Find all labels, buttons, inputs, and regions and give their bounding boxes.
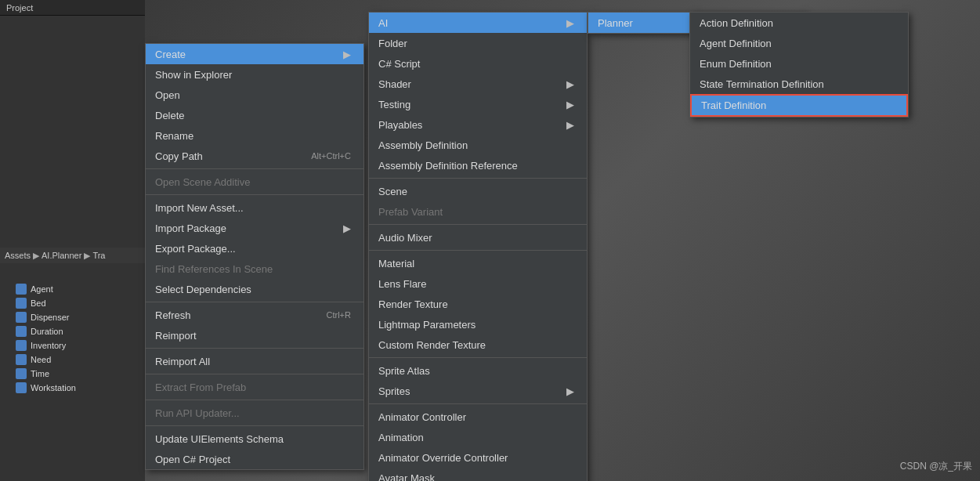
sep-6 (146, 400, 363, 400)
menu-item-state-termination-def[interactable]: State Termination Definition (690, 74, 908, 94)
left-panel: Project Assets ▶ AI.Planner ▶ Tra AgentB… (0, 0, 145, 481)
sep-a (369, 178, 587, 179)
menu-item-avatar-mask[interactable]: Avatar Mask (369, 468, 587, 481)
arrow-icon: ▶ (566, 119, 574, 131)
menu-item-audio-mixer[interactable]: Audio Mixer (369, 227, 587, 248)
menu-item-custom-render-texture[interactable]: Custom Render Texture (369, 335, 587, 355)
menu-item-extract-from-prefab: Extract From Prefab (146, 377, 363, 397)
asset-label: Need (31, 355, 51, 364)
arrow-icon: ▶ (343, 49, 351, 60)
sep-e (369, 403, 587, 404)
asset-item-time[interactable]: Time (0, 367, 145, 381)
asset-item-duration[interactable]: Duration (0, 324, 145, 338)
asset-item-need[interactable]: Need (0, 353, 145, 367)
menu-item-lightmap-params[interactable]: Lightmap Parameters (369, 314, 587, 335)
menu-item-scene[interactable]: Scene (369, 181, 587, 201)
menu-item-trait-def[interactable]: Trait Definition (690, 94, 908, 117)
menu-item-select-deps[interactable]: Select Dependencies (146, 279, 363, 299)
asset-icon (16, 382, 27, 393)
menu-item-assembly-def-ref[interactable]: Assembly Definition Reference (369, 155, 587, 175)
menu-item-reimport[interactable]: Reimport (146, 325, 363, 345)
menu-item-sprites[interactable]: Sprites ▶ (369, 381, 587, 401)
asset-icon (16, 312, 27, 323)
menu-item-action-def[interactable]: Action Definition (690, 13, 908, 33)
asset-icon (16, 298, 27, 309)
menu-item-open-csharp-project[interactable]: Open C# Project (146, 449, 363, 469)
menu-item-render-texture[interactable]: Render Texture (369, 294, 587, 314)
menu-item-lens-flare[interactable]: Lens Flare (369, 273, 587, 294)
asset-icon (16, 368, 27, 379)
menu-item-show-in-explorer[interactable]: Show in Explorer (146, 64, 363, 85)
asset-label: Dispenser (31, 313, 70, 322)
menu-item-open-scene-additive: Open Scene Additive (146, 172, 363, 192)
menu-item-playables[interactable]: Playables ▶ (369, 114, 587, 135)
context-menu-4: Action Definition Agent Definition Enum … (689, 12, 909, 118)
asset-item-workstation[interactable]: Workstation (0, 381, 145, 395)
project-panel-tab: Project (0, 0, 145, 16)
arrow-icon: ▶ (566, 99, 574, 110)
asset-label: Duration (31, 327, 63, 336)
sep-5 (146, 374, 363, 374)
menu-item-animation[interactable]: Animation (369, 427, 587, 447)
sep-1 (146, 168, 363, 169)
breadcrumb: Assets ▶ AI.Planner ▶ Tra (0, 248, 145, 263)
asset-label: Bed (31, 298, 46, 308)
menu-item-testing[interactable]: Testing ▶ (369, 94, 587, 114)
menu-item-run-api-updater: Run API Updater... (146, 403, 363, 423)
watermark: CSDN @凉_开果 (900, 460, 972, 473)
asset-icon (16, 326, 27, 337)
asset-label: Inventory (31, 341, 66, 350)
asset-item-bed[interactable]: Bed (0, 296, 145, 310)
menu-item-assembly-def[interactable]: Assembly Definition (369, 135, 587, 155)
sep-3 (146, 302, 363, 302)
sep-c (369, 250, 587, 251)
context-menu-1: Create ▶ Show in Explorer Open Delete Re… (145, 43, 364, 470)
breadcrumb-sep1: ▶ (33, 251, 39, 261)
breadcrumb-tra[interactable]: Tra (92, 251, 105, 260)
menu-item-refresh[interactable]: Refresh Ctrl+R (146, 305, 363, 325)
menu-item-reimport-all[interactable]: Reimport All (146, 351, 363, 371)
asset-item-agent[interactable]: Agent (0, 282, 145, 296)
asset-label: Time (31, 369, 49, 378)
asset-icon (16, 354, 27, 365)
asset-label: Agent (31, 284, 53, 294)
menu-item-agent-def[interactable]: Agent Definition (690, 33, 908, 53)
menu-item-folder[interactable]: Folder (369, 33, 587, 53)
sep-d (369, 357, 587, 358)
menu-item-animator-controller[interactable]: Animator Controller (369, 407, 587, 427)
arrow-icon: ▶ (566, 78, 574, 90)
menu-item-prefab-variant: Prefab Variant (369, 201, 587, 222)
breadcrumb-assets[interactable]: Assets (5, 251, 31, 260)
asset-icon (16, 284, 27, 295)
menu-item-export-package[interactable]: Export Package... (146, 238, 363, 259)
asset-list: AgentBedDispenserDurationInventoryNeedTi… (0, 279, 145, 398)
menu-item-create[interactable]: Create ▶ (146, 44, 363, 64)
breadcrumb-sep2: ▶ (84, 251, 90, 261)
menu-item-update-ui-schema[interactable]: Update UIElements Schema (146, 429, 363, 449)
sep-4 (146, 348, 363, 349)
menu-item-delete[interactable]: Delete (146, 105, 363, 125)
menu-item-copy-path[interactable]: Copy Path Alt+Ctrl+C (146, 146, 363, 166)
asset-icon (16, 340, 27, 351)
menu-item-shader[interactable]: Shader ▶ (369, 74, 587, 94)
menu-item-import-new-asset[interactable]: Import New Asset... (146, 197, 363, 218)
sep-b (369, 224, 587, 225)
asset-label: Workstation (31, 383, 76, 392)
context-menu-2: AI ▶ Folder C# Script Shader ▶ Testing ▶… (368, 12, 588, 481)
asset-item-inventory[interactable]: Inventory (0, 338, 145, 353)
arrow-icon: ▶ (343, 222, 351, 234)
menu-item-rename[interactable]: Rename (146, 125, 363, 146)
arrow-icon: ▶ (566, 385, 574, 397)
menu-item-animator-override[interactable]: Animator Override Controller (369, 447, 587, 468)
breadcrumb-aiplanner[interactable]: AI.Planner (42, 251, 81, 260)
menu-item-material[interactable]: Material (369, 253, 587, 273)
arrow-icon: ▶ (566, 17, 574, 29)
menu-item-open[interactable]: Open (146, 85, 363, 105)
sep-7 (146, 425, 363, 426)
menu-item-enum-def[interactable]: Enum Definition (690, 53, 908, 74)
menu-item-sprite-atlas[interactable]: Sprite Atlas (369, 360, 587, 381)
menu-item-ai[interactable]: AI ▶ (369, 13, 587, 33)
asset-item-dispenser[interactable]: Dispenser (0, 310, 145, 324)
menu-item-csharp-script[interactable]: C# Script (369, 53, 587, 74)
menu-item-import-package[interactable]: Import Package ▶ (146, 218, 363, 238)
